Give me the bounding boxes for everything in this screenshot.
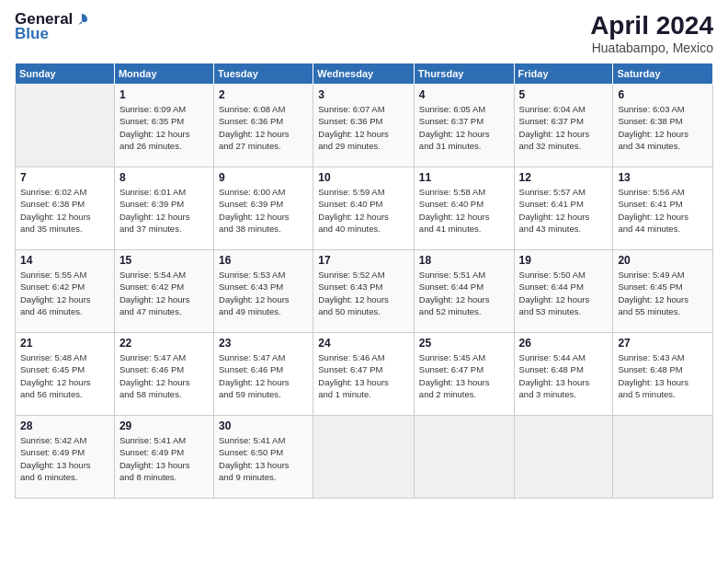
day-number: 25: [419, 337, 509, 350]
calendar-cell-w4-d1: 29Sunrise: 5:41 AM Sunset: 6:49 PM Dayli…: [114, 416, 213, 499]
calendar-header-wednesday: Wednesday: [313, 63, 415, 85]
day-info: Sunrise: 5:46 AM Sunset: 6:47 PM Dayligh…: [318, 351, 409, 400]
day-number: 2: [219, 88, 308, 101]
day-number: 24: [318, 337, 409, 350]
day-number: 26: [519, 337, 609, 350]
day-number: 9: [219, 171, 308, 184]
day-number: 6: [618, 88, 708, 101]
page-title: April 2024: [590, 11, 713, 40]
page-subtitle: Huatabampo, Mexico: [590, 40, 713, 55]
day-number: 16: [219, 254, 308, 267]
calendar-cell-w1-d6: 13Sunrise: 5:56 AM Sunset: 6:41 PM Dayli…: [613, 167, 713, 250]
calendar-cell-w4-d4: [414, 416, 514, 499]
day-number: 14: [20, 254, 109, 267]
day-number: 10: [318, 171, 409, 184]
calendar-cell-w0-d0: [16, 85, 115, 167]
calendar-header: SundayMondayTuesdayWednesdayThursdayFrid…: [16, 63, 713, 85]
day-info: Sunrise: 5:51 AM Sunset: 6:44 PM Dayligh…: [419, 269, 509, 317]
calendar-cell-w0-d3: 3Sunrise: 6:07 AM Sunset: 6:36 PM Daylig…: [313, 85, 415, 167]
day-info: Sunrise: 5:44 AM Sunset: 6:48 PM Dayligh…: [519, 351, 609, 400]
calendar-header-thursday: Thursday: [414, 63, 514, 85]
day-info: Sunrise: 5:43 AM Sunset: 6:48 PM Dayligh…: [618, 351, 708, 400]
day-info: Sunrise: 5:55 AM Sunset: 6:42 PM Dayligh…: [20, 269, 109, 317]
day-info: Sunrise: 5:50 AM Sunset: 6:44 PM Dayligh…: [519, 269, 609, 317]
day-info: Sunrise: 5:53 AM Sunset: 6:43 PM Dayligh…: [219, 269, 308, 317]
calendar-week-0: 1Sunrise: 6:09 AM Sunset: 6:35 PM Daylig…: [16, 85, 713, 167]
day-info: Sunrise: 5:56 AM Sunset: 6:41 PM Dayligh…: [618, 186, 708, 235]
calendar-cell-w4-d0: 28Sunrise: 5:42 AM Sunset: 6:49 PM Dayli…: [16, 416, 115, 499]
day-info: Sunrise: 5:47 AM Sunset: 6:46 PM Dayligh…: [119, 351, 209, 400]
header: General Blue April 2024 Huatabampo, Mexi…: [15, 11, 713, 55]
calendar-header-friday: Friday: [514, 63, 613, 85]
calendar-cell-w2-d0: 14Sunrise: 5:55 AM Sunset: 6:42 PM Dayli…: [16, 250, 115, 333]
day-number: 8: [119, 171, 209, 184]
day-number: 22: [119, 337, 209, 350]
day-number: 7: [20, 171, 109, 184]
calendar-cell-w3-d4: 25Sunrise: 5:45 AM Sunset: 6:47 PM Dayli…: [414, 333, 514, 416]
calendar-header-saturday: Saturday: [613, 63, 713, 85]
day-number: 13: [618, 171, 708, 184]
day-info: Sunrise: 5:42 AM Sunset: 6:49 PM Dayligh…: [20, 434, 109, 483]
day-info: Sunrise: 6:04 AM Sunset: 6:37 PM Dayligh…: [519, 103, 609, 152]
calendar-cell-w2-d4: 18Sunrise: 5:51 AM Sunset: 6:44 PM Dayli…: [414, 250, 514, 333]
day-info: Sunrise: 5:47 AM Sunset: 6:46 PM Dayligh…: [219, 351, 308, 400]
day-info: Sunrise: 5:41 AM Sunset: 6:50 PM Dayligh…: [219, 434, 308, 483]
day-info: Sunrise: 5:49 AM Sunset: 6:45 PM Dayligh…: [618, 269, 708, 317]
calendar-header-monday: Monday: [114, 63, 213, 85]
calendar-cell-w3-d0: 21Sunrise: 5:48 AM Sunset: 6:45 PM Dayli…: [16, 333, 115, 416]
calendar-cell-w4-d2: 30Sunrise: 5:41 AM Sunset: 6:50 PM Dayli…: [214, 416, 313, 499]
calendar-week-4: 28Sunrise: 5:42 AM Sunset: 6:49 PM Dayli…: [16, 416, 713, 499]
calendar-cell-w2-d2: 16Sunrise: 5:53 AM Sunset: 6:43 PM Dayli…: [214, 250, 313, 333]
day-number: 5: [519, 88, 609, 101]
calendar-week-1: 7Sunrise: 6:02 AM Sunset: 6:38 PM Daylig…: [16, 167, 713, 250]
day-number: 20: [618, 254, 708, 267]
calendar-cell-w1-d2: 9Sunrise: 6:00 AM Sunset: 6:39 PM Daylig…: [214, 167, 313, 250]
day-number: 27: [618, 337, 708, 350]
calendar-week-2: 14Sunrise: 5:55 AM Sunset: 6:42 PM Dayli…: [16, 250, 713, 333]
calendar-cell-w4-d6: [613, 416, 713, 499]
day-info: Sunrise: 5:48 AM Sunset: 6:45 PM Dayligh…: [20, 351, 109, 400]
day-info: Sunrise: 5:59 AM Sunset: 6:40 PM Dayligh…: [318, 186, 409, 235]
day-info: Sunrise: 6:09 AM Sunset: 6:35 PM Dayligh…: [119, 103, 209, 152]
day-number: 29: [119, 419, 209, 432]
day-info: Sunrise: 5:54 AM Sunset: 6:42 PM Dayligh…: [119, 269, 209, 317]
day-info: Sunrise: 6:07 AM Sunset: 6:36 PM Dayligh…: [318, 103, 409, 152]
calendar-cell-w3-d6: 27Sunrise: 5:43 AM Sunset: 6:48 PM Dayli…: [613, 333, 713, 416]
day-info: Sunrise: 6:01 AM Sunset: 6:39 PM Dayligh…: [119, 186, 209, 235]
calendar-cell-w0-d1: 1Sunrise: 6:09 AM Sunset: 6:35 PM Daylig…: [114, 85, 213, 167]
calendar-cell-w2-d5: 19Sunrise: 5:50 AM Sunset: 6:44 PM Dayli…: [514, 250, 613, 333]
calendar-cell-w3-d1: 22Sunrise: 5:47 AM Sunset: 6:46 PM Dayli…: [114, 333, 213, 416]
calendar-cell-w2-d6: 20Sunrise: 5:49 AM Sunset: 6:45 PM Dayli…: [613, 250, 713, 333]
day-number: 18: [419, 254, 509, 267]
day-info: Sunrise: 6:08 AM Sunset: 6:36 PM Dayligh…: [219, 103, 308, 152]
calendar-cell-w4-d5: [514, 416, 613, 499]
calendar-cell-w1-d4: 11Sunrise: 5:58 AM Sunset: 6:40 PM Dayli…: [414, 167, 514, 250]
day-number: 3: [318, 88, 409, 101]
day-number: 21: [20, 337, 109, 350]
calendar-cell-w0-d6: 6Sunrise: 6:03 AM Sunset: 6:38 PM Daylig…: [613, 85, 713, 167]
day-number: 17: [318, 254, 409, 267]
day-info: Sunrise: 5:41 AM Sunset: 6:49 PM Dayligh…: [119, 434, 209, 483]
calendar-header-tuesday: Tuesday: [214, 63, 313, 85]
day-number: 19: [519, 254, 609, 267]
day-number: 30: [219, 419, 308, 432]
day-info: Sunrise: 5:57 AM Sunset: 6:41 PM Dayligh…: [519, 186, 609, 235]
day-info: Sunrise: 5:45 AM Sunset: 6:47 PM Dayligh…: [419, 351, 509, 400]
day-info: Sunrise: 6:05 AM Sunset: 6:37 PM Dayligh…: [419, 103, 509, 152]
title-block: April 2024 Huatabampo, Mexico: [590, 11, 713, 55]
calendar-cell-w2-d3: 17Sunrise: 5:52 AM Sunset: 6:43 PM Dayli…: [313, 250, 415, 333]
calendar-body: 1Sunrise: 6:09 AM Sunset: 6:35 PM Daylig…: [16, 85, 713, 499]
calendar-cell-w3-d3: 24Sunrise: 5:46 AM Sunset: 6:47 PM Dayli…: [313, 333, 415, 416]
day-number: 15: [119, 254, 209, 267]
calendar-week-3: 21Sunrise: 5:48 AM Sunset: 6:45 PM Dayli…: [16, 333, 713, 416]
day-number: 12: [519, 171, 609, 184]
day-info: Sunrise: 5:52 AM Sunset: 6:43 PM Dayligh…: [318, 269, 409, 317]
day-number: 1: [119, 88, 209, 101]
day-info: Sunrise: 6:00 AM Sunset: 6:39 PM Dayligh…: [219, 186, 308, 235]
calendar-table: SundayMondayTuesdayWednesdayThursdayFrid…: [15, 63, 713, 499]
logo: General Blue: [15, 11, 89, 42]
calendar-header-sunday: Sunday: [16, 63, 115, 85]
page: General Blue April 2024 Huatabampo, Mexi…: [0, 0, 728, 563]
day-info: Sunrise: 5:58 AM Sunset: 6:40 PM Dayligh…: [419, 186, 509, 235]
day-number: 28: [20, 419, 109, 432]
